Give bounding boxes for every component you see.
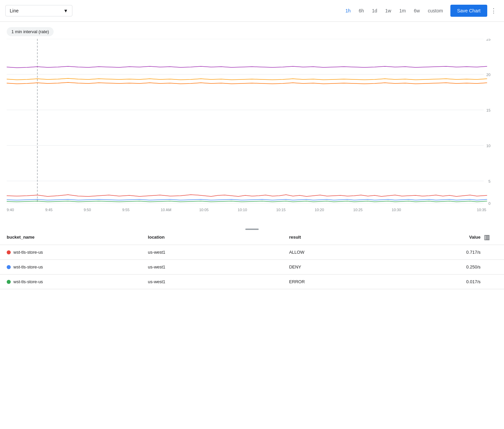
chart-svg: 25 20 15 10 5 0 9:40 9:45 9:50 9:55 10 A… — [7, 39, 497, 217]
row1-color-dot — [7, 250, 11, 254]
row2-location: us-west1 — [148, 264, 289, 269]
row1-name: wst-tls-store-us — [7, 250, 148, 255]
chart-area: 1 min interval (rate) 2 — [0, 22, 504, 227]
row1-result: ALLOW — [289, 250, 430, 255]
time-1h-button[interactable]: 1h — [342, 6, 354, 15]
col-value: Value — [430, 235, 484, 242]
col-bucket-name: bucket_name — [7, 235, 148, 242]
legend-row: wst-tls-store-us us-west1 DENY 0.250/s — [0, 260, 504, 274]
legend-table: bucket_name location result Value wst-tl… — [0, 232, 504, 289]
svg-text:15: 15 — [486, 108, 490, 112]
svg-rect-26 — [487, 235, 488, 240]
legend-row: wst-tls-store-us us-west1 ERROR 0.017/s — [0, 274, 504, 289]
row3-color-dot — [7, 280, 11, 284]
row1-location: us-west1 — [148, 250, 289, 255]
legend-header: bucket_name location result Value — [0, 232, 504, 245]
svg-text:10: 10 — [486, 144, 490, 148]
row1-bucket: wst-tls-store-us — [13, 250, 43, 255]
svg-text:10:05: 10:05 — [199, 208, 208, 212]
svg-text:9:45: 9:45 — [45, 208, 53, 212]
svg-text:10:10: 10:10 — [238, 208, 247, 212]
time-6w-button[interactable]: 6w — [411, 6, 423, 15]
time-1d-button[interactable]: 1d — [369, 6, 381, 15]
svg-text:10:15: 10:15 — [276, 208, 286, 212]
svg-text:9:55: 9:55 — [122, 208, 130, 212]
row2-name: wst-tls-store-us — [7, 264, 148, 269]
row3-bucket: wst-tls-store-us — [13, 279, 43, 284]
svg-text:25: 25 — [486, 39, 490, 41]
divider-bar — [0, 227, 504, 232]
svg-rect-25 — [485, 235, 486, 240]
row3-result: ERROR — [289, 279, 430, 284]
svg-text:9:50: 9:50 — [84, 208, 91, 212]
time-custom-button[interactable]: custom — [425, 6, 446, 15]
more-options-button[interactable]: ⋮ — [489, 5, 499, 16]
row1-value: 0.717/s — [430, 250, 484, 255]
svg-text:10:35: 10:35 — [477, 208, 486, 212]
svg-text:0: 0 — [488, 201, 490, 205]
svg-text:10:20: 10:20 — [315, 208, 324, 212]
save-chart-button[interactable]: Save Chart — [450, 5, 487, 17]
svg-text:5: 5 — [488, 179, 490, 183]
row2-color-dot — [7, 265, 11, 269]
chart-container: 25 20 15 10 5 0 9:40 9:45 9:50 9:55 10 A… — [7, 39, 497, 227]
svg-text:10:30: 10:30 — [392, 208, 401, 212]
row2-result: DENY — [289, 264, 430, 269]
top-bar: Line ▼ 1h 6h 1d 1w 1m 6w custom Save Cha… — [0, 0, 504, 22]
row3-name: wst-tls-store-us — [7, 279, 148, 284]
col-location: location — [148, 235, 289, 242]
row3-location: us-west1 — [148, 279, 289, 284]
chevron-down-icon: ▼ — [63, 8, 68, 13]
svg-rect-27 — [488, 235, 489, 240]
row2-value: 0.250/s — [430, 264, 484, 269]
legend-row: wst-tls-store-us us-west1 ALLOW 0.717/s — [0, 245, 504, 260]
row3-value: 0.017/s — [430, 279, 484, 284]
resize-handle[interactable] — [245, 229, 259, 230]
row2-bucket: wst-tls-store-us — [13, 264, 43, 269]
svg-text:10:25: 10:25 — [353, 208, 363, 212]
col-result: result — [289, 235, 430, 242]
chart-type-dropdown[interactable]: Line ▼ — [5, 5, 72, 16]
column-settings-icon[interactable] — [484, 235, 490, 242]
interval-badge[interactable]: 1 min interval (rate) — [7, 27, 54, 36]
chart-type-label: Line — [10, 8, 18, 13]
time-1w-button[interactable]: 1w — [382, 6, 395, 15]
svg-text:20: 20 — [486, 73, 490, 77]
svg-text:10 AM: 10 AM — [161, 208, 172, 212]
time-1m-button[interactable]: 1m — [396, 6, 409, 15]
svg-text:9:40: 9:40 — [7, 208, 14, 212]
time-6h-button[interactable]: 6h — [355, 6, 367, 15]
time-controls: 1h 6h 1d 1w 1m 6w custom Save Chart ⋮ — [342, 5, 499, 17]
